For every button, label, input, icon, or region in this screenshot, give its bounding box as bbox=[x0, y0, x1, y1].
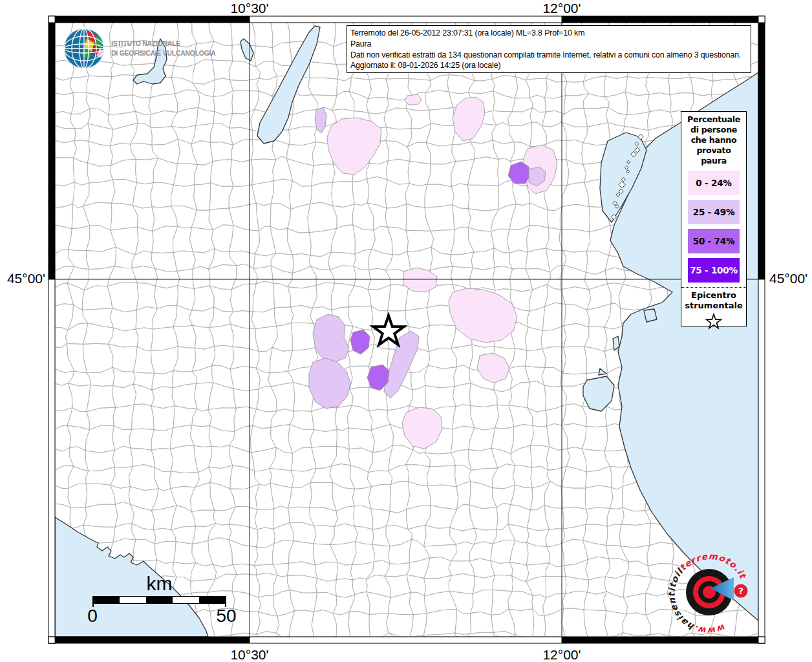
scalebar-min: 0 bbox=[87, 606, 98, 626]
info-line-event: Terremoto del 26-05-2012 23:07:31 (ora l… bbox=[350, 28, 747, 39]
scalebar-max: 50 bbox=[216, 606, 236, 626]
legend-swatch-25-49: 25 - 49% bbox=[688, 200, 740, 224]
axis-label-top-left: 10°30' bbox=[230, 1, 268, 16]
axis-label-right: 45°00' bbox=[769, 271, 807, 286]
scalebar-bar bbox=[92, 596, 226, 604]
axis-label-left: 45°00' bbox=[3, 271, 45, 286]
scalebar: km 0 50 bbox=[92, 573, 226, 626]
question-mark: ? bbox=[738, 586, 743, 596]
map-layers bbox=[55, 23, 758, 641]
scalebar-unit: km bbox=[92, 573, 226, 596]
felt-report-municipality bbox=[405, 94, 422, 105]
haisentitoilterremoto-icon: www.haisentitoilterremoto.it ? bbox=[665, 551, 762, 637]
ingv-globe-icon bbox=[59, 27, 110, 70]
info-box: Terremoto del 26-05-2012 23:07:31 (ora l… bbox=[347, 25, 751, 73]
legend-swatch-50-74: 50 - 74% bbox=[688, 229, 740, 253]
info-line-type: Paura bbox=[350, 39, 747, 50]
axis-label-bottom-right: 12°00' bbox=[542, 647, 581, 662]
axis-label-top-right: 12°00' bbox=[542, 1, 581, 16]
legend-swatch-0-24: 0 - 24% bbox=[688, 171, 740, 195]
haisentitoilterremoto-logo: www.haisentitoilterremoto.it ? bbox=[665, 551, 762, 637]
felt-report-map-page: 10°30' 12°00' 10°30' 12°00' 45°00' 45°00… bbox=[0, 0, 812, 662]
legend-swatch-75-100: 75 - 100% bbox=[688, 258, 740, 283]
legend-title: Percentuale di persone che hanno provato… bbox=[681, 112, 746, 166]
info-line-source: Dati non verificati estratti da 134 ques… bbox=[350, 50, 747, 61]
legend: Percentuale di persone che hanno provato… bbox=[681, 111, 747, 326]
ingv-logo: ISTITUTO NAZIONALE DI GEOFISICA E VULCAN… bbox=[59, 27, 253, 72]
legend-epicenter-label: Epicentro strumentale bbox=[681, 287, 746, 310]
ingv-name: ISTITUTO NAZIONALE DI GEOFISICA E VULCAN… bbox=[111, 39, 216, 58]
axis-label-bottom-left: 10°30' bbox=[230, 647, 268, 662]
epicenter-star-icon bbox=[704, 312, 723, 330]
info-line-updated: Aggiornato il: 08-01-2026 14:25 (ora loc… bbox=[350, 60, 747, 71]
